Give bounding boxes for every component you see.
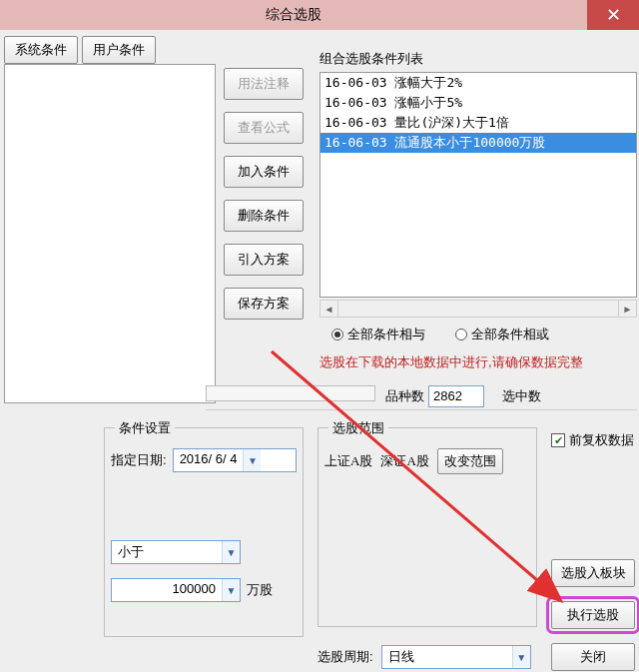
operator-select[interactable]: 小于 ▼ xyxy=(111,540,241,564)
chevron-down-icon: ▼ xyxy=(243,449,261,471)
chevron-down-icon: ▼ xyxy=(222,579,240,601)
view-formula-button[interactable]: 查看公式 xyxy=(224,112,304,144)
warning-text: 选股在下载的本地数据中进行,请确保数据完整 xyxy=(320,353,637,371)
title-bar: 综合选股 ✕ xyxy=(0,0,639,30)
total-count-label: 品种数 xyxy=(385,387,424,405)
radio-all-or[interactable]: 全部条件相或 xyxy=(455,326,549,343)
window-title: 综合选股 xyxy=(0,6,587,24)
chevron-down-icon: ▼ xyxy=(222,541,240,563)
add-condition-button[interactable]: 加入条件 xyxy=(224,156,304,188)
fuquan-checkbox[interactable]: ✔ 前复权数据 xyxy=(551,431,634,449)
delete-condition-button[interactable]: 删除条件 xyxy=(224,200,304,232)
sh-a-label: 上证A股 xyxy=(324,452,372,470)
into-block-button[interactable]: 选股入板块 xyxy=(551,559,635,587)
hscrollbar[interactable]: ◄ ► xyxy=(320,300,637,318)
condition-tree[interactable] xyxy=(4,64,216,403)
close-button[interactable]: 关闭 xyxy=(551,643,635,671)
condition-settings-legend: 条件设置 xyxy=(115,419,175,437)
tab-user-conditions[interactable]: 用户条件 xyxy=(82,36,156,64)
selected-count-label: 选中数 xyxy=(502,387,541,405)
condition-list-legend: 组合选股条件列表 xyxy=(320,50,637,68)
condition-list-item[interactable]: 16-06-03 涨幅小于5% xyxy=(320,93,636,113)
close-window-button[interactable]: ✕ xyxy=(587,0,639,30)
range-legend: 选股范围 xyxy=(328,419,388,437)
separator xyxy=(206,409,637,410)
chevron-down-icon: ▼ xyxy=(512,646,530,668)
unit-label: 万股 xyxy=(247,581,273,599)
scroll-right-icon[interactable]: ► xyxy=(618,301,636,317)
amount-input[interactable]: 100000 ▼ xyxy=(111,578,241,602)
date-label: 指定日期: xyxy=(111,451,167,469)
change-range-button[interactable]: 改变范围 xyxy=(437,448,503,474)
condition-list-item[interactable]: 16-06-03 涨幅大于2% xyxy=(320,73,636,93)
save-plan-button[interactable]: 保存方案 xyxy=(224,288,304,320)
radio-dot-icon xyxy=(455,329,467,340)
import-plan-button[interactable]: 引入方案 xyxy=(224,244,304,276)
radio-dot-icon xyxy=(331,329,343,340)
condition-list-item[interactable]: 16-06-03 流通股本小于100000万股 xyxy=(320,133,636,153)
period-select[interactable]: 日线 ▼ xyxy=(381,645,531,669)
usage-note-button[interactable]: 用法注释 xyxy=(224,68,304,100)
execute-button[interactable]: 执行选股 xyxy=(551,601,635,629)
range-group: 选股范围 上证A股 深证A股 改变范围 xyxy=(318,427,537,627)
check-icon: ✔ xyxy=(551,433,565,447)
condition-settings-group: 条件设置 指定日期: 2016/ 6/ 4 ▼ 小于 ▼ 100000 ▼ 万股 xyxy=(104,427,304,637)
scroll-left-icon[interactable]: ◄ xyxy=(320,301,338,317)
radio-all-and[interactable]: 全部条件相与 xyxy=(331,326,425,343)
period-label: 选股周期: xyxy=(318,648,373,666)
condition-list[interactable]: 16-06-03 涨幅大于2%16-06-03 涨幅小于5%16-06-03 量… xyxy=(320,72,637,298)
date-picker[interactable]: 2016/ 6/ 4 ▼ xyxy=(173,448,297,472)
condition-list-item[interactable]: 16-06-03 量比(沪深)大于1倍 xyxy=(320,113,636,133)
close-icon: ✕ xyxy=(606,4,621,26)
total-count-value: 2862 xyxy=(428,385,484,407)
progress-bar xyxy=(206,385,375,401)
sz-a-label: 深证A股 xyxy=(380,452,428,470)
tab-system-conditions[interactable]: 系统条件 xyxy=(4,36,78,64)
